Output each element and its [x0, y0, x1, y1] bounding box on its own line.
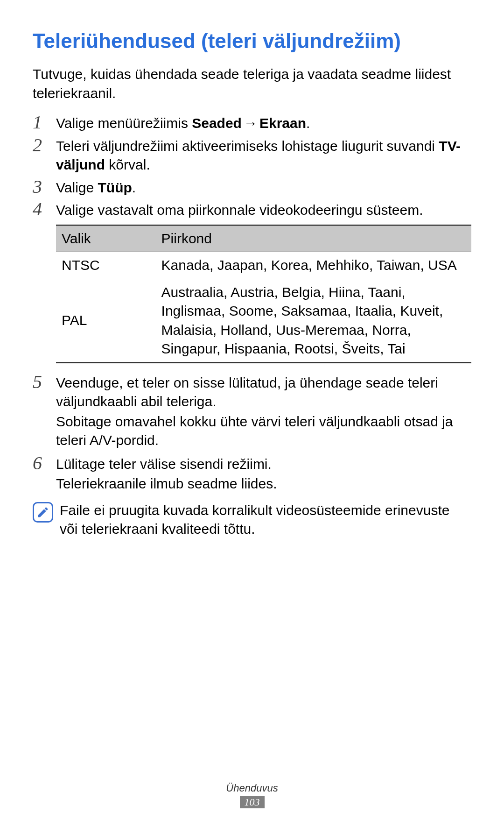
step-text: Valige vastavalt oma piirkonnale videoko…	[56, 202, 423, 218]
note-block: Faile ei pruugita kuvada korralikult vid…	[33, 501, 471, 539]
step-text: .	[306, 115, 310, 131]
step-body: Valige Tüüp.	[56, 177, 471, 198]
page-title: Teleriühendused (teleri väljundrežiim)	[33, 28, 471, 54]
page-footer: Ühenduvus 103	[0, 782, 504, 808]
note-icon-wrap	[33, 501, 60, 523]
step-text: Sobitage omavahel kokku ühte värvi teler…	[56, 412, 471, 450]
step-3: 3 Valige Tüüp.	[33, 177, 471, 198]
note-text: Faile ei pruugita kuvada korralikult vid…	[60, 501, 471, 539]
step-1: 1 Valige menüürežiimis Seaded→Ekraan.	[33, 113, 471, 133]
step-text: Veenduge, et teler on sisse lülitatud, j…	[56, 374, 471, 411]
table-header: Piirkond	[156, 225, 471, 252]
footer-page-number: 103	[240, 796, 265, 808]
footer-section: Ühenduvus	[0, 782, 504, 794]
step-bold: Seaded	[192, 115, 242, 131]
pencil-icon	[36, 506, 49, 519]
step-2: 2 Teleri väljundrežiimi aktiveerimiseks …	[33, 136, 471, 175]
table-cell: Kanada, Jaapan, Korea, Mehhiko, Taiwan, …	[156, 252, 471, 279]
note-icon	[33, 502, 53, 523]
step-number: 2	[33, 136, 56, 155]
step-bold: Tüüp	[98, 180, 132, 195]
step-number: 6	[33, 454, 56, 473]
step-text: Teleri väljundrežiimi aktiveerimiseks lo…	[56, 138, 439, 154]
step-body: Veenduge, et teler on sisse lülitatud, j…	[56, 373, 471, 451]
step-5: 5 Veenduge, et teler on sisse lülitatud,…	[33, 373, 471, 451]
table-row: PAL Austraalia, Austria, Belgia, Hiina, …	[56, 279, 471, 363]
table-header: Valik	[56, 225, 156, 252]
table-row: NTSC Kanada, Jaapan, Korea, Mehhiko, Tai…	[56, 252, 471, 279]
step-number: 4	[33, 200, 56, 219]
arrow-icon: →	[244, 115, 258, 131]
step-body: Valige menüürežiimis Seaded→Ekraan.	[56, 113, 471, 133]
page-content: Teleriühendused (teleri väljundrežiim) T…	[0, 0, 504, 539]
step-text: Lülitage teler välise sisendi režiimi.	[56, 455, 471, 474]
step-text: Valige	[56, 180, 98, 195]
step-number: 5	[33, 373, 56, 391]
step-text: Teleriekraanile ilmub seadme liides.	[56, 474, 471, 494]
step-text: Valige menüürežiimis	[56, 115, 192, 131]
step-body: Lülitage teler välise sisendi režiimi. T…	[56, 454, 471, 495]
steps-list: 1 Valige menüürežiimis Seaded→Ekraan. 2 …	[33, 113, 471, 495]
encoding-table: Valik Piirkond NTSC Kanada, Jaapan, Kore…	[56, 225, 471, 363]
step-body: Teleri väljundrežiimi aktiveerimiseks lo…	[56, 136, 471, 175]
step-text: .	[132, 180, 136, 195]
step-4: 4 Valige vastavalt oma piirkonnale video…	[33, 200, 471, 370]
table-header-row: Valik Piirkond	[56, 225, 471, 252]
step-6: 6 Lülitage teler välise sisendi režiimi.…	[33, 454, 471, 495]
step-body: Valige vastavalt oma piirkonnale videoko…	[56, 200, 471, 370]
table-cell: Austraalia, Austria, Belgia, Hiina, Taan…	[156, 279, 471, 363]
step-text: kõrval.	[105, 157, 150, 172]
step-number: 1	[33, 113, 56, 132]
table-cell: PAL	[56, 279, 156, 363]
step-bold: Ekraan	[259, 115, 306, 131]
intro-text: Tutvuge, kuidas ühendada seade teleriga …	[33, 65, 471, 103]
table-cell: NTSC	[56, 252, 156, 279]
step-number: 3	[33, 177, 56, 196]
